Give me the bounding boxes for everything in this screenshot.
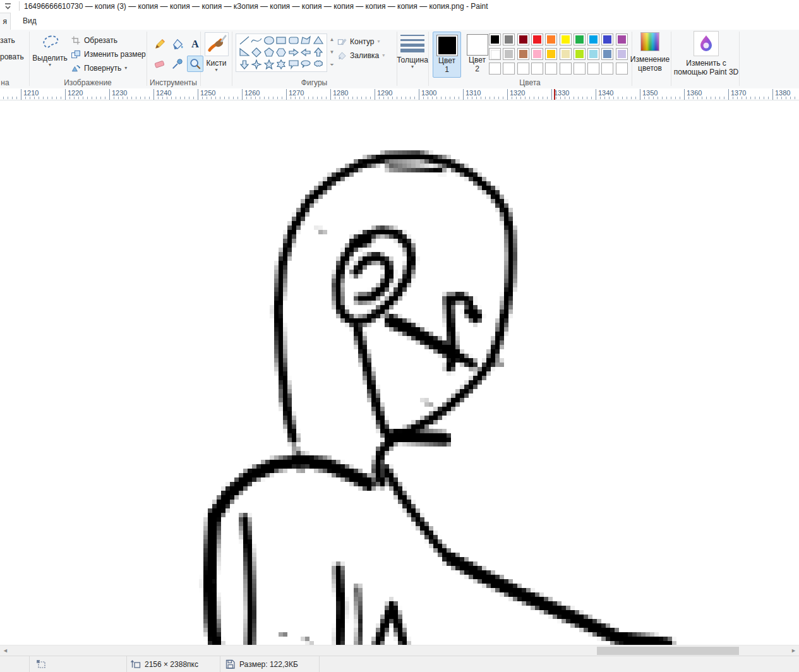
pencil-tool-button[interactable] [152, 36, 168, 52]
eraser-tool-button[interactable] [152, 56, 168, 72]
palette-color-b97a57[interactable] [517, 48, 529, 60]
copy-button-partial[interactable]: ровать [0, 52, 24, 61]
palette-color-7f7f7f[interactable] [503, 33, 515, 45]
palette-empty-slot[interactable] [616, 63, 628, 75]
horizontal-scrollbar[interactable]: ◄ ► [0, 645, 799, 656]
rotate-button[interactable]: Повернуть ▾ [71, 63, 127, 74]
palette-empty-slot[interactable] [545, 63, 557, 75]
scroll-right-arrow[interactable]: ► [791, 647, 796, 654]
ruler-minor-tick [538, 97, 539, 99]
shapes-more[interactable]: ⏷ [328, 59, 336, 71]
ruler-minor-tick [675, 97, 676, 99]
ruler-minor-tick [16, 97, 17, 99]
ruler-minor-tick [565, 97, 565, 99]
shape-ellipse[interactable] [263, 35, 275, 46]
palette-color-ffaec9[interactable] [531, 48, 543, 60]
edit-colors-button[interactable]: Изменение цветов [630, 32, 670, 73]
drawing-canvas[interactable] [0, 0, 799, 672]
palette-color-ff7f27[interactable] [545, 33, 557, 45]
palette-color-880015[interactable] [517, 33, 529, 45]
palette-color-ffffff[interactable] [489, 48, 501, 60]
shape-curve[interactable] [251, 35, 263, 46]
magnifier-tool-button[interactable] [187, 56, 203, 72]
shape-triangle[interactable] [312, 35, 324, 46]
color1-button[interactable]: Цвет 1 [433, 32, 461, 78]
tab-view[interactable]: Вид [18, 13, 42, 30]
outline-button[interactable]: Контур ▾ [337, 36, 380, 47]
palette-empty-slot[interactable] [489, 63, 501, 75]
shape-hexagon[interactable] [275, 47, 287, 58]
shape-star-6[interactable] [275, 59, 287, 70]
shape-arrow-down[interactable] [238, 59, 250, 70]
palette-empty-slot[interactable] [560, 63, 572, 75]
fill-tool-button[interactable] [169, 36, 186, 52]
palette-color-22b14c[interactable] [574, 33, 586, 45]
shape-star-5[interactable] [263, 59, 275, 70]
ruler-minor-tick [30, 97, 30, 99]
shape-rounded-rectangle[interactable] [287, 35, 299, 46]
ruler-minor-tick [737, 97, 738, 99]
palette-color-ed1c24[interactable] [531, 33, 543, 45]
shape-callout-cloud[interactable] [312, 59, 324, 70]
shape-curve-icon [251, 35, 262, 45]
palette-color-fff200[interactable] [560, 33, 572, 45]
palette-color-99d9ea[interactable] [587, 48, 599, 60]
resize-button[interactable]: Изменить размер [71, 49, 146, 60]
tab-home-partial[interactable]: я [0, 13, 11, 30]
shape-diamond[interactable] [251, 47, 263, 58]
ruler-major-tick [728, 89, 729, 100]
color-picker-tool-button[interactable] [169, 56, 186, 72]
shape-rectangle[interactable] [275, 35, 287, 46]
palette-color-000000[interactable] [489, 33, 501, 45]
ruler-minor-tick [795, 97, 795, 99]
shapes-scroll-down[interactable]: ▼ [328, 46, 336, 58]
cut-button-partial[interactable]: зать [0, 36, 15, 45]
palette-color-c8bfe7[interactable] [616, 48, 628, 60]
palette-color-ffc90e[interactable] [545, 48, 557, 60]
shape-arrow-left[interactable] [300, 47, 312, 58]
select-button[interactable]: Выделить ▾ [33, 33, 67, 68]
shape-arrow-right[interactable] [287, 47, 299, 58]
palette-color-3f48cc[interactable] [601, 33, 613, 45]
ruler-minor-tick [534, 97, 534, 99]
color2-button[interactable]: Цвет 2 [463, 32, 491, 78]
crop-button[interactable]: Обрезать [71, 35, 117, 46]
shape-pentagon[interactable] [263, 47, 275, 58]
palette-empty-slot[interactable] [531, 63, 543, 75]
shape-line[interactable] [238, 35, 250, 46]
ruler-minor-tick [237, 97, 238, 99]
brushes-button[interactable]: Кисти ▾ [202, 32, 231, 73]
shapes-scroll-up[interactable]: ▲ [328, 33, 336, 45]
palette-empty-slot[interactable] [574, 63, 586, 75]
palette-empty-slot[interactable] [587, 63, 599, 75]
ruler-minor-tick [379, 97, 380, 99]
scrollbar-thumb[interactable] [597, 647, 739, 655]
ruler-minor-tick [189, 97, 189, 99]
ruler-minor-tick [414, 97, 415, 99]
shape-star-4-icon [251, 59, 262, 69]
shape-right-triangle[interactable] [238, 47, 250, 58]
palette-empty-slot[interactable] [601, 63, 613, 75]
shape-polygon[interactable] [300, 35, 312, 46]
palette-color-a349a4[interactable] [616, 33, 628, 45]
text-tool-button[interactable]: A [187, 36, 203, 52]
scroll-left-arrow[interactable]: ◄ [3, 647, 8, 654]
size-button[interactable]: Толщина ▾ [398, 33, 427, 69]
palette-color-7092be[interactable] [601, 48, 613, 60]
edit-with-paint3d-button[interactable]: Изменить с помощью Paint 3D [673, 31, 739, 76]
palette-empty-slot[interactable] [517, 63, 529, 75]
ruler-label-1240: 1240 [156, 89, 171, 97]
ruler-minor-tick [383, 97, 384, 99]
palette-color-efe4b0[interactable] [560, 48, 572, 60]
palette-color-00a2e8[interactable] [587, 33, 599, 45]
ruler-minor-tick [255, 97, 256, 99]
quick-access-toolbar-button[interactable] [3, 1, 14, 11]
shape-arrow-up[interactable] [312, 47, 324, 58]
shape-fill-button[interactable]: Заливка ▾ [337, 50, 385, 61]
palette-color-c3c3c3[interactable] [503, 48, 515, 60]
palette-color-b5e61d[interactable] [574, 48, 586, 60]
shape-callout-oval[interactable] [300, 59, 312, 70]
palette-empty-slot[interactable] [503, 63, 515, 75]
shape-callout-rect[interactable] [287, 59, 299, 70]
shape-star-4[interactable] [251, 59, 263, 70]
